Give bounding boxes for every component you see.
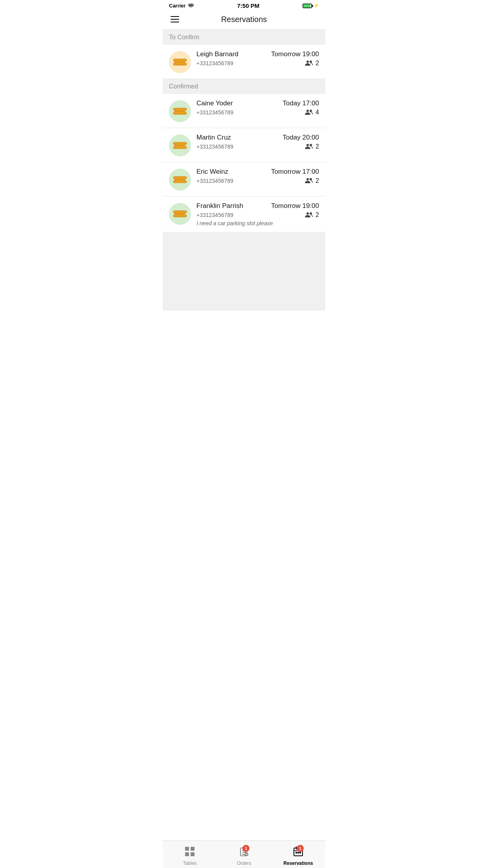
item-top-row: Martin Cruz Today 20:00 [196, 134, 319, 142]
item-name: Eric Weinz [196, 168, 228, 176]
svg-point-20 [310, 144, 312, 146]
item-top-row: Eric Weinz Tomorrow 17:00 [196, 168, 319, 176]
reservation-item[interactable]: Leigh Barnard Tomorrow 19:00 +3312345678… [163, 45, 325, 79]
item-guests: 2 [305, 177, 319, 184]
people-icon [305, 212, 314, 219]
reservation-item[interactable]: Eric Weinz Tomorrow 17:00 +33123456789 2 [163, 162, 325, 197]
svg-point-33 [306, 212, 309, 215]
item-time: Tomorrow 17:00 [271, 168, 319, 176]
battery-icon [303, 4, 312, 8]
item-bottom-row: +33123456789 2 [196, 177, 319, 184]
guest-count: 2 [316, 211, 319, 219]
item-note: I need a car parking slot please [196, 220, 319, 226]
item-name: Martin Cruz [196, 134, 231, 142]
item-phone: +33123456789 [196, 178, 233, 184]
item-bottom-row: +33123456789 2 [196, 211, 319, 219]
reservation-item[interactable]: Caine Yoder Today 17:00 +33123456789 4 [163, 94, 325, 128]
ticket-icon [172, 57, 187, 67]
ticket-icon [172, 141, 187, 150]
status-left: Carrier [169, 3, 194, 9]
svg-point-13 [310, 110, 312, 112]
ticket-icon [172, 107, 187, 116]
item-guests: 2 [305, 60, 319, 67]
reservation-item[interactable]: Martin Cruz Today 20:00 +33123456789 2 [163, 128, 325, 162]
svg-point-6 [310, 61, 312, 63]
carrier-label: Carrier [169, 3, 186, 9]
item-guests: 2 [305, 143, 319, 150]
svg-point-19 [306, 144, 309, 146]
guest-count: 4 [316, 109, 319, 116]
people-icon [305, 178, 314, 184]
people-icon [305, 60, 314, 67]
item-name: Leigh Barnard [196, 50, 238, 58]
hamburger-menu[interactable] [169, 15, 181, 24]
avatar [169, 169, 191, 191]
item-phone: +33123456789 [196, 109, 233, 116]
item-bottom-row: +33123456789 2 [196, 60, 319, 67]
people-icon [305, 109, 314, 116]
page-title: Reservations [181, 15, 307, 24]
avatar [169, 51, 191, 73]
guest-count: 2 [316, 143, 319, 150]
item-info: Caine Yoder Today 17:00 +33123456789 4 [196, 99, 319, 116]
item-name: Caine Yoder [196, 99, 233, 107]
svg-point-5 [306, 61, 309, 63]
item-top-row: Leigh Barnard Tomorrow 19:00 [196, 50, 319, 58]
ticket-icon [172, 209, 187, 219]
item-guests: 4 [305, 109, 319, 116]
reservation-item[interactable]: Franklin Parrish Tomorrow 19:00 +3312345… [163, 197, 325, 232]
item-bottom-row: +33123456789 2 [196, 143, 319, 150]
people-icon [305, 143, 314, 150]
item-top-row: Franklin Parrish Tomorrow 19:00 [196, 202, 319, 210]
item-phone: +33123456789 [196, 60, 233, 66]
status-time: 7:50 PM [237, 2, 259, 9]
header: Reservations [163, 11, 325, 30]
avatar [169, 100, 191, 122]
item-phone: +33123456789 [196, 212, 233, 218]
svg-point-26 [306, 178, 309, 180]
item-info: Franklin Parrish Tomorrow 19:00 +3312345… [196, 202, 319, 226]
item-info: Martin Cruz Today 20:00 +33123456789 2 [196, 134, 319, 150]
section-header-confirmed: Confirmed [163, 79, 325, 94]
wifi-icon [188, 3, 194, 9]
section-header-to-confirm: To Confirm [163, 30, 325, 45]
charging-bolt: ⚡ [314, 3, 319, 8]
main-content: To Confirm Leigh Barnard Tomorrow 19:00 … [163, 30, 325, 338]
item-name: Franklin Parrish [196, 202, 243, 210]
item-guests: 2 [305, 211, 319, 219]
item-info: Eric Weinz Tomorrow 17:00 +33123456789 2 [196, 168, 319, 184]
status-bar: Carrier 7:50 PM ⚡ [163, 0, 325, 11]
item-time: Tomorrow 19:00 [271, 50, 319, 58]
item-time: Today 20:00 [283, 134, 319, 142]
svg-point-27 [310, 178, 312, 180]
status-right: ⚡ [303, 3, 319, 8]
svg-point-12 [306, 110, 309, 112]
item-time: Today 17:00 [283, 99, 319, 107]
item-time: Tomorrow 19:00 [271, 202, 319, 210]
avatar [169, 203, 191, 225]
guest-count: 2 [316, 177, 319, 184]
gray-filler [163, 232, 325, 311]
guest-count: 2 [316, 60, 319, 67]
svg-point-34 [310, 212, 312, 215]
avatar [169, 134, 191, 156]
item-info: Leigh Barnard Tomorrow 19:00 +3312345678… [196, 50, 319, 67]
item-bottom-row: +33123456789 4 [196, 109, 319, 116]
ticket-icon [172, 175, 187, 184]
item-phone: +33123456789 [196, 143, 233, 150]
item-top-row: Caine Yoder Today 17:00 [196, 99, 319, 107]
